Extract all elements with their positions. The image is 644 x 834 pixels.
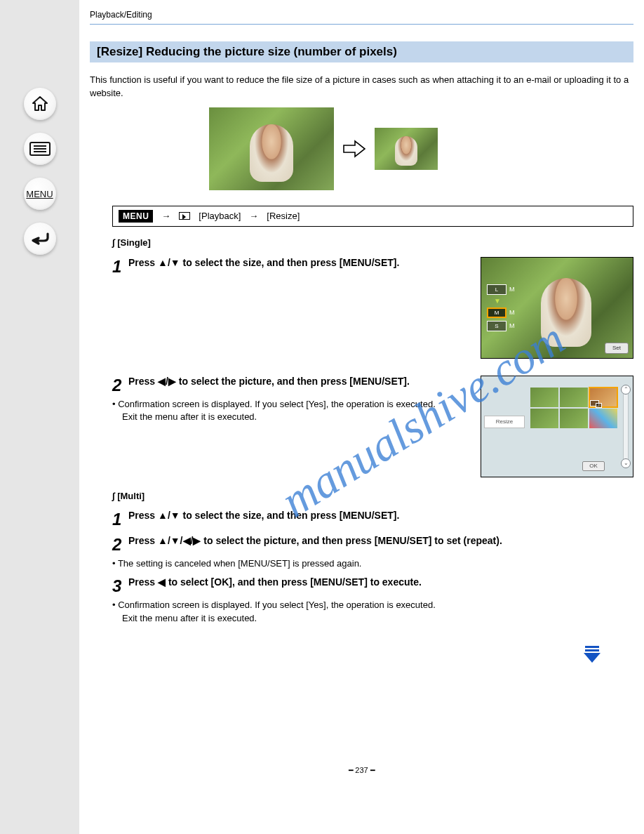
multi-step1-title: Press ▲/▼ to select the size, and then p…: [128, 510, 399, 521]
thumbnail: [560, 409, 588, 428]
svg-rect-4: [585, 646, 599, 648]
set-button: Set: [605, 343, 629, 354]
step-number: 3: [112, 576, 121, 596]
item-label: [Resize]: [267, 211, 300, 221]
diagram-size-select: LM ▼ MM SM Set: [481, 257, 633, 359]
menu-path-box: MENU → [Playback] → [Resize]: [112, 206, 633, 227]
page-number: ━ 237 ━: [90, 626, 633, 775]
step-number: 1: [112, 257, 121, 277]
step-1-title: Press ▲/▼ to select the size, and then p…: [128, 257, 399, 268]
page-title: [Resize] Reducing the picture size (numb…: [90, 41, 633, 62]
back-icon: [31, 232, 49, 246]
svg-rect-5: [585, 649, 599, 651]
size-m-suffix: M: [509, 322, 515, 329]
home-button[interactable]: [24, 88, 56, 120]
resize-illustration: [209, 107, 633, 190]
step-number: 2: [112, 535, 121, 555]
step-2-subtext: Exit the menu after it is executed.: [122, 411, 467, 424]
step-number: 1: [112, 510, 121, 529]
arrow-icon: →: [161, 211, 170, 221]
thumbnail: [589, 409, 617, 428]
thumbnail: [530, 388, 558, 407]
ok-button: OK: [582, 461, 605, 471]
home-icon: [32, 96, 48, 112]
thumbnail: [530, 409, 558, 428]
size-option-s: S: [487, 321, 507, 331]
thumbnail-grid: [530, 388, 617, 428]
size-m-suffix: M: [509, 309, 515, 316]
multi-step3-bullet: • Confirmation screen is displayed. If y…: [112, 599, 633, 612]
continue-arrow-icon: [582, 646, 602, 664]
multi-step2-title: Press ▲/▼/◀/▶ to select the picture, and…: [128, 535, 502, 546]
size-options: LM ▼ MM SM: [487, 284, 515, 331]
scroll-up-icon: ⌃: [621, 385, 631, 395]
single-header: ∫ [Single]: [112, 237, 633, 250]
step-2-bullet: • Confirmation screen is displayed. If y…: [112, 398, 467, 411]
resize-badge-icon: [590, 400, 599, 406]
playback-icon: [179, 212, 190, 220]
photo-after: [375, 128, 438, 170]
intro-text: This function is useful if you want to r…: [90, 74, 633, 100]
thumbnail: [560, 388, 588, 407]
toc-button[interactable]: [24, 133, 56, 165]
separator: [90, 24, 633, 25]
menu-button[interactable]: MENU: [24, 178, 56, 210]
arrow-right-icon: [342, 140, 366, 158]
menu-button-label: MENU: [26, 189, 53, 199]
content-area: Playback/Editing [Resize] Reducing the p…: [79, 0, 644, 834]
screen-preview-2: Resize ⌃ ⌄: [481, 376, 633, 477]
back-button[interactable]: [24, 223, 56, 255]
size-m-suffix: M: [509, 286, 515, 293]
scroll-down-icon: ⌄: [621, 458, 631, 468]
arrow-icon: →: [249, 211, 258, 221]
multi-step2-bullet: • The setting is canceled when [MENU/SET…: [112, 557, 633, 571]
diagram-multi-select: Resize ⌃ ⌄: [481, 376, 633, 477]
list-icon: [29, 142, 51, 156]
multi-step3-subtext: Exit the menu after it is executed.: [122, 612, 633, 626]
step-2-title: Press ◀/▶ to select the picture, and the…: [128, 376, 410, 387]
multi-step3-title: Press ◀ to select [OK], and then press […: [128, 576, 422, 588]
sidebar: MENU: [0, 0, 79, 834]
thumbnail-selected: [589, 388, 617, 407]
category-label: [Playback]: [199, 211, 241, 221]
down-arrow-icon: ▼: [494, 298, 515, 305]
single-section: ∫ [Single] 1 Press ▲/▼ to select the siz…: [112, 237, 633, 626]
photo-before: [209, 107, 334, 190]
section-path: Playback/Editing: [90, 0, 633, 24]
step-2: 2 Press ◀/▶ to select the picture, and t…: [112, 376, 633, 477]
page-number-value: 237: [355, 766, 368, 774]
step-1: 1 Press ▲/▼ to select the size, and then…: [112, 257, 633, 359]
size-option-l: L: [487, 284, 507, 295]
screen-preview-1: LM ▼ MM SM Set: [481, 257, 633, 359]
resize-label: Resize: [484, 416, 525, 428]
size-option-m-selected: M: [487, 307, 507, 318]
scrollbar: [623, 388, 629, 465]
step-number: 2: [112, 376, 121, 395]
menu-chip: MENU: [119, 210, 153, 223]
multi-header: ∫ [Multi]: [112, 490, 633, 503]
nav-buttons: MENU: [0, 88, 79, 255]
